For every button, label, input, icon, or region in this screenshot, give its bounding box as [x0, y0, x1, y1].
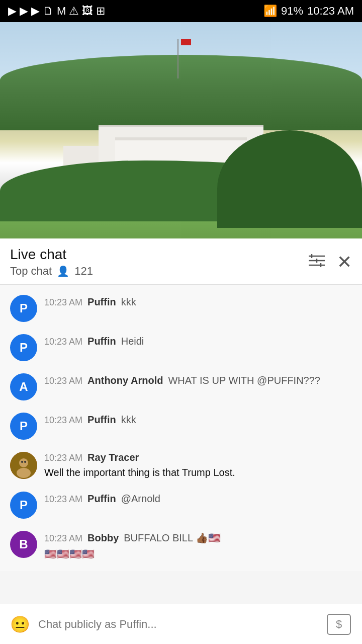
- close-button[interactable]: ✕: [337, 252, 352, 273]
- notification-icons: ▶ ▶ ▶ 🗋 M ⚠ 🖼 ⊞: [8, 5, 105, 18]
- avatar: A: [10, 373, 37, 400]
- avatar: P: [10, 492, 37, 519]
- video-scene: [0, 22, 362, 238]
- people-icon: 👤: [57, 265, 69, 277]
- chat-header: Live chat Top chat 👤 121 ✕: [0, 238, 362, 284]
- message-text: Heidi: [121, 334, 144, 348]
- message-content: 10:23 AM Puffin kkk: [44, 295, 352, 311]
- message-time: 10:23 AM: [44, 494, 82, 505]
- message-time: 10:23 AM: [44, 415, 82, 426]
- message-header: 10:23 AM Bobby BUFFALO BILL 👍🏾🇺🇸: [44, 531, 352, 545]
- svg-point-9: [21, 461, 23, 463]
- youtube-icon: ▶: [8, 5, 17, 18]
- message-text: Well the important thing is that Trump L…: [44, 465, 352, 479]
- message-header: 10:23 AM Puffin kkk: [44, 413, 352, 427]
- chat-message: P 10:23 AM Puffin kkk: [0, 407, 362, 446]
- svg-point-8: [17, 468, 31, 478]
- emoji-icon: 😐: [10, 615, 30, 634]
- message-time: 10:23 AM: [44, 337, 82, 347]
- flagpole: [177, 39, 178, 78]
- message-content: 10:23 AM Bobby BUFFALO BILL 👍🏾🇺🇸 🇺🇸🇺🇸🇺🇸🇺…: [44, 531, 352, 561]
- video-player[interactable]: [0, 22, 362, 238]
- message-header: 10:23 AM Puffin kkk: [44, 295, 352, 309]
- chat-input-bar: 😐 $: [0, 604, 362, 644]
- chat-message: A 10:23 AM Anthony Arnold WHAT IS UP WIT…: [0, 367, 362, 407]
- message-content: 10:23 AM Puffin kkk: [44, 413, 352, 429]
- live-chat-title: Live chat: [10, 247, 93, 263]
- message-text: @Arnold: [121, 492, 160, 506]
- chat-message: P 10:23 AM Puffin Heidi: [0, 328, 362, 367]
- viewer-count: 121: [74, 265, 93, 278]
- grid-icon: ⊞: [96, 5, 105, 18]
- chat-input[interactable]: [38, 618, 318, 631]
- send-symbol: $: [336, 618, 342, 631]
- message-time: 10:23 AM: [44, 297, 82, 308]
- message-text: BUFFALO BILL 👍🏾🇺🇸: [124, 531, 221, 545]
- message-content: 10:23 AM Anthony Arnold WHAT IS UP WITH …: [44, 373, 352, 389]
- youtube2-icon: ▶: [20, 5, 28, 18]
- message-content: 10:23 AM Ray Tracer Well the important t…: [44, 452, 352, 479]
- time-label: 10:23 AM: [307, 5, 354, 18]
- message-author: Ray Tracer: [87, 452, 139, 463]
- chat-header-left: Live chat Top chat 👤 121: [10, 247, 93, 278]
- system-status: 📶 91% 10:23 AM: [263, 5, 354, 18]
- message-time: 10:23 AM: [44, 453, 82, 463]
- status-bar: ▶ ▶ ▶ 🗋 M ⚠ 🖼 ⊞ 📶 91% 10:23 AM: [0, 0, 362, 22]
- message-author: Puffin: [87, 296, 116, 308]
- send-button[interactable]: $: [324, 612, 354, 636]
- message-author: Puffin: [87, 336, 116, 347]
- chat-messages-list: P 10:23 AM Puffin kkk P 10:23 AM Puffin …: [0, 285, 362, 571]
- svg-point-7: [19, 458, 28, 467]
- avatar: B: [10, 531, 37, 558]
- avatar: P: [10, 413, 37, 440]
- message-text: kkk: [121, 295, 136, 309]
- message-text-continued: 🇺🇸🇺🇸🇺🇸🇺🇸: [44, 547, 352, 561]
- image-icon: 🖼: [82, 5, 93, 18]
- message-time: 10:23 AM: [44, 376, 82, 386]
- chat-header-right: ✕: [309, 252, 352, 273]
- message-text: kkk: [121, 413, 136, 427]
- message-text: WHAT IS UP WITH @PUFFIN???: [168, 373, 320, 387]
- message-header: 10:23 AM Puffin @Arnold: [44, 492, 352, 506]
- svg-point-10: [24, 461, 26, 463]
- message-author: Bobby: [87, 532, 119, 544]
- top-chat-label: Top chat: [10, 265, 52, 278]
- send-icon: $: [327, 614, 351, 635]
- chat-message: B 10:23 AM Bobby BUFFALO BILL 👍🏾🇺🇸 🇺🇸🇺🇸🇺…: [0, 525, 362, 567]
- mastodon-icon: M: [57, 5, 66, 18]
- message-header: 10:23 AM Ray Tracer: [44, 452, 352, 463]
- avatar: P: [10, 295, 37, 322]
- message-content: 10:23 AM Puffin Heidi: [44, 334, 352, 350]
- chat-message: P 10:23 AM Puffin @Arnold: [0, 486, 362, 525]
- chat-message: P 10:23 AM Puffin kkk: [0, 289, 362, 328]
- wifi-icon: 📶: [263, 5, 277, 18]
- alert-icon: ⚠: [69, 5, 79, 18]
- battery-label: 91%: [281, 5, 303, 18]
- emoji-button[interactable]: 😐: [8, 612, 32, 636]
- chat-subtitle: Top chat 👤 121: [10, 265, 93, 278]
- message-header: 10:23 AM Puffin Heidi: [44, 334, 352, 348]
- message-header: 10:23 AM Anthony Arnold WHAT IS UP WITH …: [44, 373, 352, 387]
- message-author: Anthony Arnold: [87, 375, 163, 386]
- file-icon: 🗋: [43, 5, 54, 18]
- avatar: [10, 452, 37, 479]
- filter-button[interactable]: [309, 254, 325, 271]
- youtube3-icon: ▶: [31, 5, 40, 18]
- message-author: Puffin: [87, 414, 116, 426]
- message-author: Puffin: [87, 493, 116, 505]
- message-time: 10:23 AM: [44, 533, 82, 544]
- avatar: P: [10, 334, 37, 361]
- message-content: 10:23 AM Puffin @Arnold: [44, 492, 352, 508]
- chat-message: 10:23 AM Ray Tracer Well the important t…: [0, 446, 362, 486]
- flag: [181, 39, 191, 45]
